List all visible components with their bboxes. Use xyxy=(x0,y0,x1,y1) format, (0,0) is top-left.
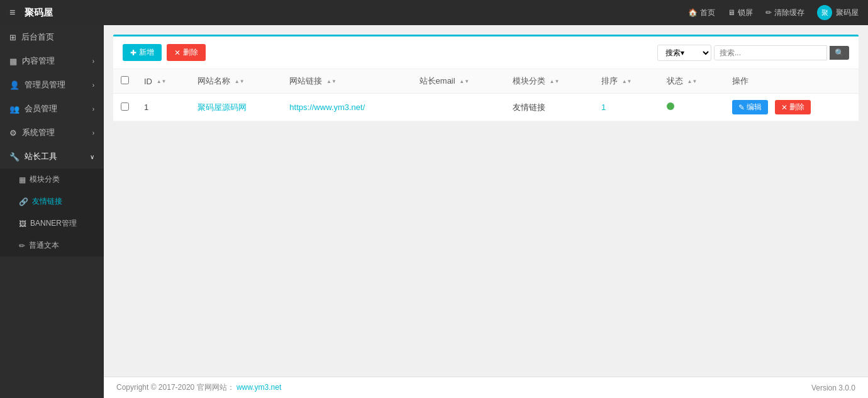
sort-icon-site-url[interactable]: ▲▼ xyxy=(326,79,337,84)
clear-cache-link[interactable]: ✏ 清除缓存 xyxy=(765,8,804,18)
col-checkbox xyxy=(113,69,136,94)
row-module-cat: 友情链接 xyxy=(505,94,594,121)
home-icon: 🏠 xyxy=(688,8,698,17)
avatar: 聚 xyxy=(817,5,832,20)
navbar-left: ≡ 聚码屋 xyxy=(9,7,53,19)
col-order: 排序 ▲▼ xyxy=(594,69,659,94)
sidebar-item-system[interactable]: ⚙ 系统管理 › xyxy=(0,121,104,145)
content-icon: ▦ xyxy=(9,57,17,66)
col-actions: 操作 xyxy=(725,69,859,94)
add-button[interactable]: ✚ 新增 xyxy=(123,44,162,61)
chevron-down-icon: ∨ xyxy=(90,153,94,160)
tools-icon: 🔧 xyxy=(9,152,19,162)
chevron-right-icon: › xyxy=(92,58,94,65)
row-site-url: https://www.ym3.net/ xyxy=(282,94,411,121)
col-email: 站长email ▲▼ xyxy=(412,69,505,94)
card-toolbar: ✚ 新增 ✕ 删除 搜索▾ ID 网站名称 xyxy=(113,36,859,69)
lock-screen-link[interactable]: 🖥 锁屏 xyxy=(728,8,753,18)
module-cat-icon: ▦ xyxy=(19,175,26,184)
trash-icon: ✕ xyxy=(781,103,787,112)
delete-button[interactable]: ✕ 删除 xyxy=(167,44,206,61)
member-icon: 👥 xyxy=(9,104,19,114)
row-checkbox-cell xyxy=(113,94,136,121)
chevron-right-icon-2: › xyxy=(92,82,94,89)
tools-submenu: ▦ 模块分类 🔗 友情链接 🖼 BANNER管理 ✏ 普通文本 xyxy=(0,169,104,257)
search-icon: 🔍 xyxy=(835,48,844,57)
friend-link-icon: 🔗 xyxy=(19,197,28,206)
table-container: ID ▲▼ 网站名称 ▲▼ 网站链接 ▲▼ xyxy=(113,69,859,121)
col-status: 状态 ▲▼ xyxy=(659,69,725,94)
site-url-link[interactable]: https://www.ym3.net/ xyxy=(289,102,365,112)
top-navbar: ≡ 聚码屋 🏠 首页 🖥 锁屏 ✏ 清除缓存 聚 聚码屋 xyxy=(0,0,868,25)
sidebar-subitem-module-cat[interactable]: ▦ 模块分类 xyxy=(0,169,104,191)
col-id: ID ▲▼ xyxy=(136,69,190,94)
add-icon: ✚ xyxy=(130,48,136,57)
search-bar: 搜索▾ ID 网站名称 🔍 xyxy=(657,45,849,61)
sidebar: ⊞ 后台首页 ▦ 内容管理 › 👤 管理员管理 › 👥 会员管理 › xyxy=(0,25,104,398)
search-input[interactable] xyxy=(714,45,827,60)
order-link[interactable]: 1 xyxy=(601,102,606,112)
toolbar-right: 搜索▾ ID 网站名称 🔍 xyxy=(657,45,849,61)
site-footer-link[interactable]: www.ym3.net xyxy=(236,383,281,392)
row-status xyxy=(659,94,725,121)
sidebar-item-tools[interactable]: 🔧 站长工具 ∨ xyxy=(0,145,104,169)
user-name: 聚码屋 xyxy=(836,8,859,18)
banner-icon: 🖼 xyxy=(19,219,26,228)
chevron-right-icon-4: › xyxy=(92,130,94,136)
sort-icon-email[interactable]: ▲▼ xyxy=(459,79,469,84)
sidebar-item-member[interactable]: 👥 会员管理 › xyxy=(0,97,104,121)
row-id: 1 xyxy=(136,94,190,121)
content-body: ✚ 新增 ✕ 删除 搜索▾ ID 网站名称 xyxy=(104,25,868,377)
system-icon: ⚙ xyxy=(9,128,17,138)
main-card: ✚ 新增 ✕ 删除 搜索▾ ID 网站名称 xyxy=(113,35,859,121)
menu-toggle-icon[interactable]: ≡ xyxy=(9,7,15,18)
sort-icon-status[interactable]: ▲▼ xyxy=(687,79,697,84)
screen-icon: 🖥 xyxy=(728,8,735,17)
row-site-name: 聚码屋源码网 xyxy=(190,94,282,121)
user-area[interactable]: 聚 聚码屋 xyxy=(817,5,859,20)
dashboard-icon: ⊞ xyxy=(9,33,16,42)
row-actions: ✎ 编辑 ✕ 删除 xyxy=(725,94,859,121)
sidebar-item-admin[interactable]: 👤 管理员管理 › xyxy=(0,73,104,97)
row-order: 1 xyxy=(594,94,659,121)
sidebar-subitem-banner[interactable]: 🖼 BANNER管理 xyxy=(0,213,104,235)
search-category-select[interactable]: 搜索▾ ID 网站名称 xyxy=(657,45,711,61)
sidebar-item-dashboard[interactable]: ⊞ 后台首页 xyxy=(0,25,104,49)
sidebar-item-content[interactable]: ▦ 内容管理 › xyxy=(0,49,104,73)
row-edit-button[interactable]: ✎ 编辑 xyxy=(732,100,768,114)
sort-icon-site-name[interactable]: ▲▼ xyxy=(235,79,245,84)
col-module-cat: 模块分类 ▲▼ xyxy=(505,69,594,94)
select-all-checkbox[interactable] xyxy=(121,76,129,84)
table-row: 1 聚码屋源码网 https://www.ym3.net/ 友情链接 xyxy=(113,94,859,121)
chevron-right-icon-3: › xyxy=(92,106,94,113)
home-link[interactable]: 🏠 首页 xyxy=(688,8,715,18)
sort-icon-order[interactable]: ▲▼ xyxy=(622,79,632,84)
row-checkbox[interactable] xyxy=(121,102,129,111)
sort-icon-module-cat[interactable]: ▲▼ xyxy=(550,79,560,84)
admin-icon: 👤 xyxy=(9,80,19,90)
brand-title: 聚码屋 xyxy=(25,7,53,19)
col-site-name: 网站名称 ▲▼ xyxy=(190,69,282,94)
sidebar-subitem-friend-link[interactable]: 🔗 友情链接 xyxy=(0,191,104,213)
sidebar-subitem-text[interactable]: ✏ 普通文本 xyxy=(0,235,104,257)
copyright-text: Copyright © 2017-2020 官网网站： www.ym3.net xyxy=(116,382,281,393)
delete-icon: ✕ xyxy=(174,48,181,57)
navbar-right: 🏠 首页 🖥 锁屏 ✏ 清除缓存 聚 聚码屋 xyxy=(688,5,859,20)
sort-icon-id[interactable]: ▲▼ xyxy=(157,79,167,84)
data-table: ID ▲▼ 网站名称 ▲▼ 网站链接 ▲▼ xyxy=(113,69,859,121)
edit-icon: ✎ xyxy=(738,103,745,112)
status-active-dot xyxy=(667,102,674,110)
table-header-row: ID ▲▼ 网站名称 ▲▼ 网站链接 ▲▼ xyxy=(113,69,859,94)
main-layout: ⊞ 后台首页 ▦ 内容管理 › 👤 管理员管理 › 👥 会员管理 › xyxy=(0,25,868,398)
search-button[interactable]: 🔍 xyxy=(830,46,849,60)
page-footer: Copyright © 2017-2020 官网网站： www.ym3.net … xyxy=(104,377,868,398)
version-text: Version 3.0.0 xyxy=(811,384,855,392)
table-body: 1 聚码屋源码网 https://www.ym3.net/ 友情链接 xyxy=(113,94,859,121)
site-name-link[interactable]: 聚码屋源码网 xyxy=(198,102,247,112)
row-delete-button[interactable]: ✕ 删除 xyxy=(775,100,811,114)
row-email xyxy=(412,94,505,121)
toolbar-left: ✚ 新增 ✕ 删除 xyxy=(123,44,206,61)
col-site-url: 网站链接 ▲▼ xyxy=(282,69,411,94)
content-area: ✚ 新增 ✕ 删除 搜索▾ ID 网站名称 xyxy=(104,25,868,398)
text-icon: ✏ xyxy=(19,241,25,250)
